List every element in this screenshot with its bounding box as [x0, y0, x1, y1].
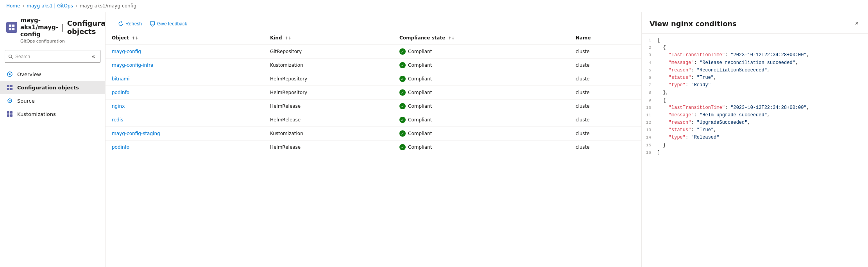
- panel-header: View nginx conditions ×: [642, 12, 868, 34]
- compliance-label: Compliant: [408, 144, 432, 150]
- sidebar-header: mayg-aks1/mayg-config | Configuration ob…: [0, 12, 105, 47]
- toolbar: Refresh Give feedback: [115, 17, 632, 31]
- sidebar-item-configuration-objects[interactable]: Configuration objects: [0, 81, 105, 94]
- svg-line-5: [11, 57, 13, 59]
- cell-object: podinfo: [106, 141, 264, 154]
- code-line: 3 "lastTransitionTime": "2023-10-12T22:3…: [642, 52, 868, 59]
- search-icon: [8, 54, 13, 59]
- sidebar-item-source[interactable]: Source: [0, 94, 105, 107]
- json-value: "2023-10-12T22:34:28+00:00": [730, 105, 806, 110]
- line-number: 1: [642, 37, 657, 44]
- resource-subtitle: GitOps configuration: [20, 39, 99, 44]
- table-row: podinfo HelmRelease ✓ Compliant cluste: [106, 141, 641, 154]
- json-value: "Release reconciliation succeeded": [700, 60, 795, 66]
- line-content: "type": "Ready": [657, 82, 868, 89]
- sidebar: mayg-aks1/mayg-config | Configuration ob…: [0, 12, 106, 267]
- svg-rect-3: [12, 28, 14, 30]
- json-value: "Released": [691, 135, 719, 140]
- code-line: 1[: [642, 37, 868, 44]
- svg-rect-8: [7, 85, 9, 87]
- code-line: 2 {: [642, 44, 868, 52]
- cell-compliance: ✓ Compliant: [393, 72, 569, 86]
- object-link[interactable]: bitnami: [112, 76, 130, 82]
- code-block: 1[2 {3 "lastTransitionTime": "2023-10-12…: [642, 34, 868, 267]
- breadcrumb: Home › mayg-aks1 | GitOps › mayg-aks1/ma…: [0, 0, 868, 12]
- json-value: "2023-10-12T22:34:28+00:00": [730, 52, 806, 58]
- object-link[interactable]: nginx: [112, 103, 125, 109]
- json-key: "message": [669, 112, 694, 118]
- line-number: 3: [642, 52, 657, 59]
- object-link[interactable]: mayg-config: [112, 49, 141, 54]
- close-button[interactable]: ×: [854, 18, 860, 28]
- breadcrumb-cluster[interactable]: mayg-aks1 | GitOps: [27, 3, 73, 9]
- compliance-icon: ✓: [399, 62, 406, 68]
- object-link[interactable]: podinfo: [112, 90, 129, 95]
- json-key: "type": [669, 82, 685, 88]
- cell-compliance: ✓ Compliant: [393, 113, 569, 127]
- feedback-button[interactable]: Give feedback: [147, 19, 190, 28]
- col-object: Object ↑↓: [106, 31, 264, 45]
- cell-compliance: ✓ Compliant: [393, 100, 569, 113]
- json-value: "Helm upgrade succeeded": [700, 112, 767, 118]
- table-row: podinfo HelmRepository ✓ Compliant clust…: [106, 86, 641, 100]
- json-key: "type": [669, 135, 685, 140]
- config-icon: [6, 84, 13, 91]
- line-number: 9: [642, 97, 657, 104]
- compliance-icon: ✓: [399, 48, 406, 55]
- json-key: "status": [669, 127, 691, 133]
- line-content: },: [657, 89, 868, 96]
- refresh-label: Refresh: [125, 21, 142, 27]
- collapse-button[interactable]: «: [90, 52, 97, 61]
- compliance-label: Compliant: [408, 62, 432, 68]
- cell-compliance: ✓ Compliant: [393, 127, 569, 141]
- json-key: "message": [669, 60, 694, 66]
- svg-rect-14: [10, 111, 13, 114]
- json-value: "UpgradeSucceeded": [697, 120, 748, 125]
- sidebar-item-overview-label: Overview: [17, 71, 41, 77]
- line-content: "message": "Helm upgrade succeeded",: [657, 112, 868, 119]
- object-link[interactable]: mayg-config-infra: [112, 62, 154, 68]
- object-link[interactable]: redis: [112, 117, 123, 123]
- table-row: mayg-config-staging Kustomization ✓ Comp…: [106, 127, 641, 141]
- compliance-icon: ✓: [399, 76, 406, 82]
- line-number: 16: [642, 149, 657, 157]
- line-content: {: [657, 97, 868, 104]
- cell-object: mayg-config-infra: [106, 59, 264, 72]
- svg-rect-10: [7, 88, 9, 90]
- line-number: 5: [642, 67, 657, 74]
- refresh-button[interactable]: Refresh: [115, 19, 145, 28]
- compliance-icon: ✓: [399, 89, 406, 96]
- line-number: 2: [642, 44, 657, 52]
- sort-kind-icon[interactable]: ↑↓: [285, 36, 292, 40]
- cell-object: redis: [106, 113, 264, 127]
- cell-compliance: ✓ Compliant: [393, 45, 569, 59]
- cell-kind: Kustomization: [264, 59, 393, 72]
- svg-rect-0: [9, 25, 11, 27]
- code-line: 10 "lastTransitionTime": "2023-10-12T22:…: [642, 104, 868, 112]
- svg-point-4: [9, 55, 12, 58]
- search-input[interactable]: [15, 54, 88, 59]
- line-content: "type": "Released": [657, 134, 868, 141]
- line-content: }: [657, 142, 868, 149]
- object-link[interactable]: podinfo: [112, 144, 129, 150]
- sort-object-icon[interactable]: ↑↓: [132, 36, 138, 40]
- json-key: "status": [669, 75, 691, 80]
- sidebar-item-kustomizations[interactable]: Kustomizations: [0, 107, 105, 121]
- sort-compliance-icon[interactable]: ↑↓: [448, 36, 455, 40]
- compliance-icon: ✓: [399, 130, 406, 137]
- object-link[interactable]: mayg-config-staging: [112, 131, 160, 136]
- line-number: 11: [642, 112, 657, 119]
- code-line: 12 "reason": "UpgradeSucceeded",: [642, 119, 868, 126]
- source-icon: [6, 97, 13, 104]
- line-number: 12: [642, 119, 657, 126]
- objects-table: Object ↑↓ Kind ↑↓ Compliance state ↑↓ Na…: [106, 31, 641, 154]
- compliance-icon: ✓: [399, 117, 406, 123]
- table-row: nginx HelmRelease ✓ Compliant cluste: [106, 100, 641, 113]
- line-number: 13: [642, 126, 657, 134]
- overview-icon: [6, 71, 13, 78]
- kustomizations-icon: [6, 110, 13, 117]
- sidebar-item-overview[interactable]: Overview: [0, 68, 105, 81]
- breadcrumb-home[interactable]: Home: [6, 3, 20, 9]
- feedback-icon: [150, 21, 155, 27]
- cell-name: cluste: [569, 45, 641, 59]
